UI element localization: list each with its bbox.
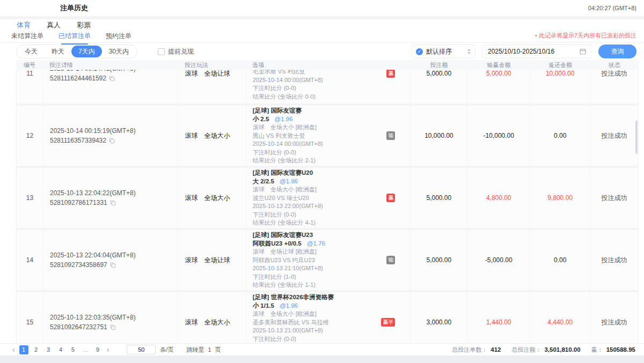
bet-time: 2025-10-14 00:15:19(GMT+8) [50, 127, 177, 135]
scrollbar-thumb[interactable] [635, 121, 638, 154]
option-line: 2025-10-14 00:00(GMT+8) [253, 76, 383, 85]
totals-summary: 总投注单数： 412 总投注额： 3,501,810.00 赢： 150588.… [444, 346, 635, 354]
result-badge: 赢 [386, 194, 395, 202]
page-title: 注单历史 [60, 3, 88, 13]
next-page-button[interactable]: › [104, 345, 112, 354]
copy-icon[interactable] [109, 76, 115, 82]
option-line: 滚球 全场大小 [欧洲盘] [253, 310, 383, 318]
copy-icon[interactable] [109, 138, 115, 144]
total-count-label: 总投注单数： [452, 346, 487, 354]
bet-play-type: 滚球 全场大小 [178, 292, 246, 343]
winloss-amount: -5,000.00 [467, 230, 530, 290]
bet-status: 投注成功 [590, 70, 639, 103]
filter-bar: 今天昨天7天内30天内 提前兑现 ✓ 默认排序 2025/10/10-2025/… [0, 43, 644, 60]
jump-label: 跳转至 [186, 346, 204, 354]
sort-dropdown[interactable]: ✓ 默认排序 [411, 45, 475, 58]
match-title: [足球] 国际友谊赛 [253, 106, 383, 115]
bet-detail: 2025-10-13 22:04:04(GMT+8) 5281092734358… [43, 230, 178, 290]
date-range-picker[interactable]: 2025/10/10-2025/10/16 [482, 45, 592, 58]
table-row: 12 2025-10-14 00:15:19(GMT+8) 5281116357… [16, 106, 639, 166]
winloss-amount: 4,800.00 [467, 168, 530, 228]
option-line: 下注时比分 (0-0) [253, 211, 383, 219]
total-stake-value: 3,501,810.00 [544, 346, 580, 353]
option-line: 结果比分 (全场比分 2-1) [253, 157, 383, 165]
bet-option: [足球] 世界杯2026非洲资格赛小 1/1.5@1.96滚球 全场大小 [欧洲… [246, 292, 411, 343]
page-number-button[interactable]: 9 [93, 345, 103, 354]
bet-play-type: 滚球 全场让球 [178, 230, 246, 290]
copy-icon[interactable] [110, 324, 116, 330]
sort-arrows-icon [467, 49, 471, 54]
page-number-button[interactable]: 4 [56, 345, 65, 354]
jump-page-value[interactable]: 1 [208, 346, 211, 353]
copy-icon[interactable] [110, 262, 116, 268]
order-number: 5281116244461592 [50, 75, 106, 82]
option-line: 毛里求斯 VS 利比亚 [253, 70, 383, 76]
checkbox-label: 提前兑现 [168, 47, 194, 56]
page-number-button[interactable]: 1 [19, 345, 28, 354]
bet-time: 2025-10-13 22:04:22(GMT+8) [50, 189, 177, 197]
range-filter-button[interactable]: 7天内 [71, 46, 102, 57]
copy-icon[interactable] [110, 200, 116, 206]
range-filter-button[interactable]: 今天 [18, 46, 45, 57]
column-header: 返还金额 [530, 61, 590, 69]
option-line: 下注时比分 (1-0) [253, 273, 383, 281]
bet-status: 投注成功 [590, 106, 639, 166]
page-size-input[interactable]: 50 [127, 345, 156, 354]
page-number-button[interactable]: 5 [69, 345, 78, 354]
search-button[interactable]: 查询 [598, 45, 636, 58]
jump-page-suffix: 页 [215, 346, 221, 354]
option-line: 结果比分 (全场比分 0-0) [253, 93, 383, 101]
option-line: 2025-10-13 22:00(GMT+8) [253, 202, 383, 211]
option-line: 结果比分 (全场比分 1-1) [253, 281, 383, 290]
result-badge: 赢 [386, 70, 395, 78]
option-line: 滚球 全场大小 [欧洲盘] [253, 123, 383, 132]
option-line: 下注时比分 (0-0) [253, 335, 383, 343]
early-cashout-checkbox[interactable]: 提前兑现 [158, 47, 194, 56]
date-range-value: 2025/10/10-2025/10/16 [488, 48, 554, 55]
payout-amount: 10,000.00 [530, 70, 590, 103]
bet-time: 2025-10-13 22:03:35(GMT+8) [50, 314, 177, 321]
bet-time: 2025-10-13 22:04:04(GMT+8) [50, 251, 177, 259]
match-title: [足球] 世界杯2026非洲资格赛 [253, 293, 383, 301]
option-line: 阿联酋U23 VS 约旦U23 [253, 256, 383, 265]
page-ellipsis: … [81, 345, 90, 354]
table-row: 15 2025-10-13 22:03:35(GMT+8) 5281092647… [16, 292, 639, 343]
bet-play-type: 滚球 全场大小 [178, 106, 246, 166]
sort-selected-value: 默认排序 [426, 47, 464, 56]
prev-page-button[interactable]: ‹ [10, 345, 18, 354]
option-line: 滚球 全场让球 [欧洲盘] [253, 248, 383, 256]
record-notice: • 此记录将显示7天内所有已派彩的投注 [535, 32, 636, 40]
winloss-amount: 5,000.00 [467, 70, 530, 103]
winloss-amount: 1,440.00 [467, 292, 530, 343]
bet-selection: 小 2.5@1.96 [253, 115, 383, 123]
bet-selection: 小 1/1.5@1.96 [253, 301, 383, 310]
option-line: 结果比分 (全场比分 4-1) [253, 219, 383, 227]
sub-tab[interactable]: 未结算注单 [11, 31, 44, 44]
payout-amount: 9,800.00 [530, 168, 590, 228]
page-number-button[interactable]: 2 [32, 345, 41, 354]
table-row: 13 2025-10-13 22:04:22(GMT+8) 5281092786… [16, 168, 639, 228]
checkbox-box[interactable] [158, 48, 165, 55]
selection-text: 小 2.5 [253, 116, 269, 122]
title-bar: 注单历史 04:20:27 (GMT+8) [0, 0, 644, 16]
bet-option: [足球] 国际友谊赛U20大 2/2.5@1.96滚球 全场大小 [欧洲盘]波兰… [246, 168, 411, 228]
bet-number: 15 [17, 292, 43, 343]
bet-number: 14 [17, 230, 43, 290]
option-line: 2025-10-14 00:00(GMT+8) [253, 140, 383, 149]
bet-play-type: 滚球 全场让球 [178, 70, 246, 103]
option-line: 黑山 VS 列支敦士登 [253, 132, 383, 140]
sub-tab[interactable]: 已结算注单 [58, 31, 91, 44]
check-circle-icon: ✓ [416, 48, 423, 55]
column-header: 投注额 [411, 61, 467, 69]
option-line: 2025-10-13 21:10(GMT+8) [253, 264, 383, 273]
order-number: 5281092734358697 [50, 261, 107, 269]
order-number: 5281092786171331 [50, 199, 107, 206]
sub-tab[interactable]: 预约注单 [105, 31, 132, 44]
range-filter-button[interactable]: 30天内 [102, 46, 136, 57]
page-number-button[interactable]: 3 [44, 345, 53, 354]
range-filter-button[interactable]: 昨天 [45, 46, 71, 57]
bet-option: [足球] 国际友谊赛U23阿联酋U23 +0/0.5@1.76滚球 全场让球 [… [246, 230, 411, 290]
table-body: 11 2025-10-14 00:14:41(GMT+8) 5281116244… [16, 70, 639, 343]
category-tabs: 体育真人彩票 [0, 19, 644, 31]
option-line: 圣多美和普林西比 VS 马拉维 [253, 318, 383, 327]
